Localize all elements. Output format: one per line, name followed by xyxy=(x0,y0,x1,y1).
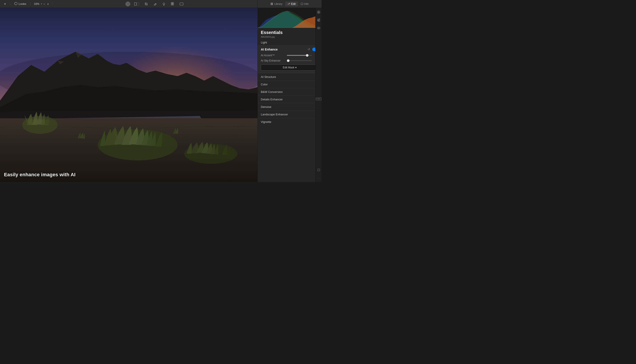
svg-rect-13 xyxy=(171,2,172,4)
clock-icon[interactable] xyxy=(316,168,321,172)
vignette-section[interactable]: Vignette xyxy=(258,118,322,126)
plus-icon: + xyxy=(4,2,6,6)
bw-conversion-section[interactable]: B&W Conversion xyxy=(258,88,322,96)
ai-sky-row: AI Sky Enhancer 0 xyxy=(258,58,322,64)
details-enhancer-label: Details Enhancer xyxy=(261,98,283,101)
center-tools xyxy=(55,2,255,6)
ai-accent-fill xyxy=(287,55,307,56)
ai-enhance-reset[interactable]: ↺ xyxy=(307,48,310,51)
fit-button[interactable] xyxy=(125,2,130,6)
ai-accent-label: AI Accent™ xyxy=(261,54,285,57)
svg-point-41 xyxy=(319,21,319,22)
looks-icon xyxy=(14,2,18,6)
erase-button[interactable] xyxy=(152,2,158,6)
info-label: Info xyxy=(304,2,309,6)
svg-rect-8 xyxy=(137,2,139,5)
svg-rect-17 xyxy=(180,3,183,5)
separator-1 xyxy=(10,2,10,6)
edit-mask-button[interactable]: Edit Mask ▾ xyxy=(261,64,319,70)
more-icon[interactable]: ··· xyxy=(316,176,321,180)
ai-enhance-section: AI Enhance ↺ AI Accent™ 80 xyxy=(258,46,322,73)
ai-sky-thumb[interactable] xyxy=(287,59,289,62)
histogram-svg xyxy=(258,8,322,28)
vignette-label: Vignette xyxy=(261,120,271,124)
ai-enhance-header: AI Enhance ↺ xyxy=(258,46,322,53)
edit-mask-label: Edit Mask ▾ xyxy=(283,66,296,69)
looks-button[interactable]: Looks xyxy=(13,1,28,6)
canvas-area[interactable]: Easily enhance images with AI xyxy=(0,8,257,182)
landscape-enhancer-section[interactable]: Landscape Enhancer xyxy=(258,110,322,118)
tab-library[interactable]: Library xyxy=(268,2,285,6)
top-bar: + Looks 33% ▾ − + xyxy=(0,0,322,8)
ai-enhance-title: AI Enhance xyxy=(261,48,277,51)
export-button[interactable] xyxy=(161,2,167,6)
compare-button[interactable] xyxy=(133,2,140,6)
right-panel: Essentials IMG6844.jpg Light AI Enhance … xyxy=(257,8,322,182)
panel-title-area: Essentials IMG6844.jpg xyxy=(258,28,322,40)
svg-point-31 xyxy=(318,12,319,13)
eye-icon[interactable] xyxy=(316,26,321,30)
color-label: Color xyxy=(261,83,268,86)
sliders-icon[interactable] xyxy=(316,18,321,22)
zoom-value: 33% xyxy=(33,2,40,6)
ai-accent-slider[interactable] xyxy=(287,55,312,56)
panel-title: Essentials xyxy=(261,30,319,35)
ai-accent-row: AI Accent™ 80 xyxy=(258,53,322,58)
crop-button[interactable] xyxy=(143,2,149,6)
denoise-label: Denoise xyxy=(261,105,271,108)
photo-canvas xyxy=(0,8,257,182)
main-area: Easily enhance images with AI xyxy=(0,8,322,182)
light-label: Light xyxy=(261,41,267,44)
edit-label: Edit xyxy=(291,2,296,6)
ai-sky-label: AI Sky Enhancer xyxy=(261,59,285,62)
denoise-section[interactable]: Denoise xyxy=(258,103,322,110)
separator-3 xyxy=(52,2,52,6)
svg-rect-14 xyxy=(172,2,174,4)
ai-structure-section[interactable]: AI Structure xyxy=(258,73,322,80)
svg-point-2 xyxy=(127,4,128,4)
svg-rect-19 xyxy=(272,3,273,5)
ai-structure-label: AI Structure xyxy=(261,75,276,78)
panel-scroll-area[interactable]: Essentials IMG6844.jpg Light AI Enhance … xyxy=(258,28,322,182)
adjustments-icon[interactable] xyxy=(316,10,321,14)
landscape-enhancer-label: Landscape Enhancer xyxy=(261,113,288,116)
zoom-minus-button[interactable]: − xyxy=(43,2,46,6)
ai-accent-thumb[interactable] xyxy=(306,54,308,57)
svg-point-10 xyxy=(163,3,165,5)
light-section[interactable]: Light xyxy=(258,40,322,46)
toolbar-main: + Looks 33% ▾ − + xyxy=(0,0,257,8)
svg-point-42 xyxy=(318,28,319,28)
add-button[interactable]: + xyxy=(3,2,7,6)
panel-filename: IMG6844.jpg xyxy=(261,36,319,38)
panel-tabs: Library Edit i Info xyxy=(257,0,322,8)
looks-label: Looks xyxy=(19,2,26,6)
library-label: Library xyxy=(274,2,282,6)
svg-point-39 xyxy=(317,20,319,20)
color-section[interactable]: Color xyxy=(258,80,322,88)
photo-caption: Easily enhance images with AI xyxy=(4,172,76,178)
svg-line-45 xyxy=(319,170,319,170)
pro-badge: PRO xyxy=(315,98,322,100)
zoom-plus-button[interactable]: + xyxy=(46,2,50,6)
grid-button[interactable] xyxy=(170,2,176,6)
svg-rect-9 xyxy=(145,3,147,5)
svg-rect-15 xyxy=(171,4,172,5)
tab-edit[interactable]: Edit xyxy=(285,2,298,6)
ai-sky-slider[interactable] xyxy=(287,60,312,61)
separator-2 xyxy=(30,2,31,6)
svg-rect-16 xyxy=(172,4,174,5)
right-edge-panel: PRO ··· xyxy=(315,8,322,182)
zoom-dropdown-icon: ▾ xyxy=(41,3,42,5)
svg-text:i: i xyxy=(302,3,302,5)
svg-rect-18 xyxy=(271,3,272,5)
fullscreen-button[interactable] xyxy=(178,2,185,6)
details-enhancer-section[interactable]: Details Enhancer xyxy=(258,96,322,103)
svg-point-37 xyxy=(319,19,320,20)
tab-info[interactable]: i Info xyxy=(298,2,311,6)
bw-conversion-label: B&W Conversion xyxy=(261,90,283,94)
zoom-control: 33% ▾ − + xyxy=(33,2,50,6)
svg-rect-7 xyxy=(134,2,136,5)
histogram-area xyxy=(258,8,322,28)
